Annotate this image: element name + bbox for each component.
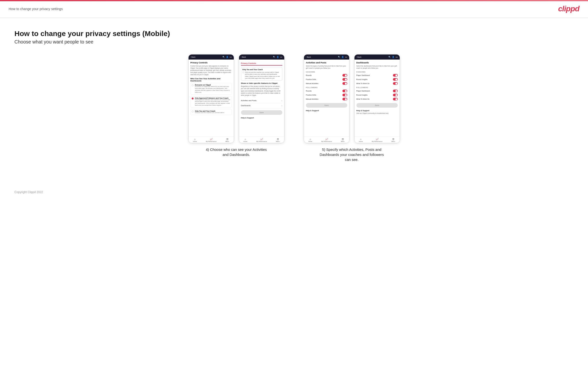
toggle-round-insights-followers-switch[interactable]	[393, 94, 398, 96]
mockup4-desc: Select the dashboards that you'd like to…	[356, 65, 398, 69]
help-label4: Help & Support	[356, 109, 398, 112]
search-icon3[interactable]: 🔍	[338, 56, 340, 58]
option-only-you[interactable]: Only You and Your Coach Only you and the…	[190, 109, 232, 115]
mockup4-body: Dashboards Select the dashboards that yo…	[355, 59, 400, 136]
toggle-rounds-followers-switch[interactable]	[342, 90, 347, 92]
mockup4-footer: ⌂ Home 📈 My Performance ☰ Menu	[355, 136, 400, 143]
followers-label4: FOLLOWERS	[356, 87, 398, 88]
footer-menu2[interactable]: ☰ Menu	[276, 138, 280, 142]
footer-menu3[interactable]: ☰ Menu	[341, 138, 345, 142]
mockup4: ‹ Back 🔍 👤 ••• Dashboards Select the das…	[354, 54, 400, 143]
top-bar: How to change your privacy settings clip…	[0, 0, 588, 18]
footer-performance2[interactable]: 📈 My Performance	[256, 138, 267, 142]
mockup1-desc: Control how you and your data appears to…	[190, 65, 232, 76]
option-everyone-label: Everyone on Clippd	[195, 84, 231, 86]
menu-dots-icon[interactable]: •••	[230, 56, 232, 58]
footer-home[interactable]: ⌂ Home	[193, 138, 197, 142]
chart-icon: 📈	[210, 138, 213, 141]
profile-icon3[interactable]: 👤	[341, 56, 344, 58]
save-btn2[interactable]: Save	[241, 110, 282, 115]
toggle-round-insights-coaches-switch[interactable]	[393, 78, 398, 81]
main-content: How to change your privacy settings (Mob…	[0, 18, 588, 174]
footer-home4[interactable]: ⌂ Home	[359, 138, 363, 142]
mockup2-back[interactable]: ‹ Back	[241, 56, 246, 58]
option-approved-label: Only Approved Followers and Your Coach	[195, 97, 231, 99]
option-everyone[interactable]: Everyone on Clippd Everyone on Clippd ca…	[190, 83, 232, 94]
mockup3-footer: ⌂ Home 📈 My Performance ☰ Menu	[304, 136, 349, 143]
footer-home-label2: Home	[243, 141, 247, 142]
activities-label: Activities and Posts	[241, 100, 257, 102]
toggle-manual-followers: Manual Activities	[306, 97, 347, 101]
toggle-manual-followers-switch[interactable]	[342, 98, 347, 100]
save-btn4[interactable]: Save	[356, 103, 398, 108]
page-footer: Copyright Clippd 2022	[0, 183, 588, 201]
toggle-rounds-followers: Rounds	[306, 89, 347, 93]
caption5: 5) Specify which Activities, Posts and D…	[318, 147, 386, 162]
mockup1-back[interactable]: ‹ Back	[190, 56, 196, 58]
practice-followers-label: Practice Drills	[306, 94, 316, 96]
toggle-player-dash-followers-switch[interactable]	[393, 90, 398, 92]
what-to-work-coaches-label: What To Work On	[356, 83, 370, 84]
profile-icon[interactable]: 👤	[226, 56, 228, 58]
option-everyone-desc: Everyone on Clippd can search for you an…	[195, 86, 231, 93]
tooltip-radio-circle[interactable]	[242, 72, 244, 73]
menu-dots-icon4[interactable]: •••	[396, 56, 398, 58]
save-btn3[interactable]: Save	[306, 103, 347, 108]
caption4: 4) Choose who can see your Activities an…	[203, 147, 270, 157]
toggle-what-to-work-followers-switch[interactable]	[393, 98, 398, 100]
footer-performance3[interactable]: 📈 My Performance	[321, 138, 332, 142]
toggle-manual-coaches: Manual Activities	[306, 81, 347, 85]
mockup2-body: Privacy Controls Only You and Your Coach…	[239, 59, 284, 136]
toggle-practice-coaches-switch[interactable]	[342, 78, 347, 81]
menu-activities[interactable]: Activities and Posts ›	[241, 98, 282, 103]
followers-label3: FOLLOWERS	[306, 87, 347, 88]
toggle-round-insights-followers: Round Insights	[356, 93, 398, 97]
privacy-tab-bar: Privacy Controls	[241, 61, 282, 66]
option-approved[interactable]: Only Approved Followers and Your Coach O…	[190, 96, 232, 108]
chart-icon3: 📈	[325, 138, 328, 141]
toggle-practice-coaches: Practice Drills	[306, 77, 347, 81]
menu-dots-icon3[interactable]: •••	[345, 56, 347, 58]
radio-approved[interactable]	[192, 98, 194, 100]
privacy-tab[interactable]: Privacy Controls	[241, 61, 256, 65]
tooltip-title: Only You and Your Coach	[242, 68, 281, 71]
toggle-practice-followers-switch[interactable]	[342, 94, 347, 96]
hamburger-icon2: ☰	[277, 138, 279, 141]
toggle-round-insights-coaches: Round Insights	[356, 77, 398, 81]
search-icon[interactable]: 🔍	[223, 56, 225, 58]
round-insights-coaches-label: Round Insights	[356, 79, 368, 80]
footer-performance-label: My Performance	[206, 141, 216, 142]
mockup3-icons: 🔍 👤 •••	[338, 56, 347, 58]
practice-coaches-label: Practice Drills	[306, 79, 316, 80]
footer-menu4[interactable]: ☰ Menu	[391, 138, 395, 142]
profile-icon2[interactable]: 👤	[277, 56, 279, 58]
footer-menu[interactable]: ☰ Menu	[225, 138, 229, 142]
mockup4-back[interactable]: ‹ Back	[356, 56, 362, 58]
mockup1-footer: ⌂ Home 📈 My Performance ☰ Menu	[189, 136, 234, 143]
footer-performance[interactable]: 📈 My Performance	[206, 138, 216, 142]
copyright: Copyright Clippd 2022	[14, 191, 43, 194]
toggle-manual-coaches-switch[interactable]	[342, 82, 347, 85]
toggle-player-dash-coaches-switch[interactable]	[393, 74, 398, 77]
profile-icon4[interactable]: 👤	[392, 56, 394, 58]
footer-performance-label2: My Performance	[256, 141, 267, 142]
footer-performance-label4: My Performance	[372, 141, 382, 142]
footer-home-label4: Home	[359, 141, 363, 142]
menu-dots-icon2[interactable]: •••	[280, 56, 282, 58]
home-icon4: ⌂	[360, 138, 362, 141]
menu-dashboards[interactable]: Dashboards ›	[241, 103, 282, 108]
footer-performance4[interactable]: 📈 My Performance	[372, 138, 382, 142]
footer-home2[interactable]: ⌂ Home	[243, 138, 247, 142]
search-icon2[interactable]: 🔍	[273, 56, 275, 58]
mockup1-header: ‹ Back 🔍 👤 •••	[189, 55, 234, 59]
toggle-what-to-work-coaches-switch[interactable]	[393, 82, 398, 85]
toggle-rounds-coaches-switch[interactable]	[342, 74, 347, 77]
radio-only-you[interactable]	[192, 110, 194, 112]
radio-everyone[interactable]	[192, 84, 194, 86]
footer-home3[interactable]: ⌂ Home	[308, 138, 312, 142]
dashboards-label: Dashboards	[241, 104, 251, 107]
manual-followers-label: Manual Activities	[306, 98, 318, 100]
hamburger-icon4: ☰	[392, 138, 394, 141]
search-icon4[interactable]: 🔍	[388, 56, 391, 58]
mockup3-back[interactable]: ‹ Back	[306, 56, 311, 58]
